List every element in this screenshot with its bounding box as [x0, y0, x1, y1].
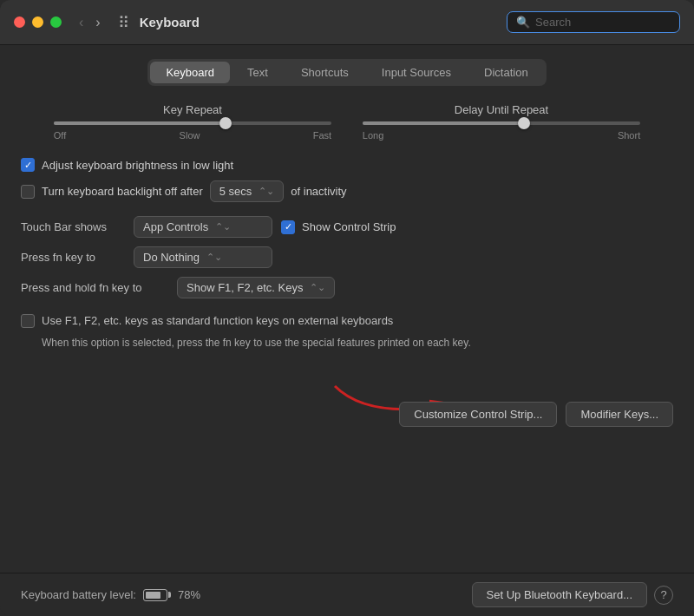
tab-keyboard[interactable]: Keyboard: [150, 62, 230, 83]
touch-bar-arrow: ⌃⌄: [215, 221, 231, 233]
footer-buttons: Set Up Bluetooth Keyboard... ?: [472, 582, 673, 607]
customize-button[interactable]: Customize Control Strip...: [399, 402, 557, 427]
brightness-checkbox[interactable]: ✓: [21, 158, 35, 172]
fn-hold-dropdown[interactable]: Show F1, F2, etc. Keys ⌃⌄: [177, 277, 335, 298]
battery-body: [143, 589, 167, 601]
minimize-button[interactable]: [32, 16, 43, 28]
delay-repeat-track[interactable]: [363, 121, 640, 125]
tabs-container: Keyboard Text Shortcuts Input Sources Di…: [21, 59, 673, 86]
key-repeat-label: Key Repeat: [163, 103, 222, 116]
tab-input-sources[interactable]: Input Sources: [366, 62, 467, 83]
arrow-area: Customize Control Strip... Modifier Keys…: [21, 364, 673, 434]
search-icon: 🔍: [516, 16, 530, 29]
battery-percent: 78%: [178, 588, 200, 601]
touch-bar-label: Touch Bar shows: [21, 220, 125, 233]
tab-shortcuts[interactable]: Shortcuts: [285, 62, 364, 83]
window-title: Keyboard: [140, 15, 496, 29]
fkeys-description: When this option is selected, press the …: [42, 335, 471, 351]
back-arrow[interactable]: ‹: [75, 13, 87, 32]
key-repeat-off: Off: [54, 130, 66, 141]
fkeys-checkbox[interactable]: [21, 314, 35, 328]
backlight-suffix: of inactivity: [291, 185, 346, 198]
nav-arrows: ‹ ›: [75, 13, 104, 32]
brightness-label: Adjust keyboard brightness in low light: [42, 159, 233, 172]
battery-row: Keyboard battery level: 78%: [21, 588, 200, 601]
key-repeat-fast: Fast: [313, 130, 331, 141]
traffic-lights: [14, 16, 62, 28]
show-control-label: Show Control Strip: [302, 220, 396, 233]
settings-rows: Touch Bar shows App Controls ⌃⌄ ✓ Show C…: [21, 216, 673, 298]
search-box[interactable]: 🔍: [507, 11, 680, 33]
delay-repeat-short: Short: [618, 130, 640, 141]
grid-icon: ⠿: [118, 13, 129, 32]
battery-tip: [168, 592, 171, 598]
tab-bar: Keyboard Text Shortcuts Input Sources Di…: [147, 59, 546, 86]
fn-hold-row: Press and hold fn key to Show F1, F2, et…: [21, 277, 673, 298]
forward-arrow[interactable]: ›: [92, 13, 103, 32]
key-repeat-thumb[interactable]: [219, 117, 232, 129]
delay-repeat-label: Delay Until Repeat: [455, 103, 548, 116]
battery-icon: [143, 589, 171, 601]
close-button[interactable]: [14, 16, 25, 28]
search-input[interactable]: [535, 16, 671, 29]
fn-press-row: Press fn key to Do Nothing ⌃⌄: [21, 246, 673, 268]
fkeys-row: Use F1, F2, etc. keys as standard functi…: [21, 312, 673, 330]
battery-label: Keyboard battery level:: [21, 588, 136, 601]
fn-hold-arrow: ⌃⌄: [310, 282, 325, 293]
show-control-row: ✓ Show Control Strip: [281, 220, 396, 234]
delay-repeat-group: Delay Until Repeat Long Short: [363, 103, 640, 141]
key-repeat-group: Key Repeat Off Slow Fast: [54, 103, 331, 141]
bluetooth-button[interactable]: Set Up Bluetooth Keyboard...: [472, 582, 647, 607]
maximize-button[interactable]: [50, 16, 62, 28]
delay-repeat-thumb[interactable]: [518, 117, 530, 129]
modifier-button[interactable]: Modifier Keys...: [566, 402, 673, 427]
delay-repeat-fill: [363, 121, 524, 125]
checkboxes-section: ✓ Adjust keyboard brightness in low ligh…: [21, 158, 673, 202]
touch-bar-dropdown[interactable]: App Controls ⌃⌄: [134, 216, 272, 238]
sliders-row: Key Repeat Off Slow Fast Delay Until Rep…: [21, 103, 673, 141]
tab-dictation[interactable]: Dictation: [468, 62, 544, 83]
fn-hold-label: Press and hold fn key to: [21, 281, 168, 294]
touch-bar-row: Touch Bar shows App Controls ⌃⌄ ✓ Show C…: [21, 216, 673, 238]
fkeys-section: Use F1, F2, etc. keys as standard functi…: [21, 312, 673, 351]
fkeys-desc-row: When this option is selected, press the …: [21, 335, 673, 351]
show-control-checkbox[interactable]: ✓: [281, 220, 295, 234]
backlight-time-arrow: ⌃⌄: [259, 186, 274, 197]
brightness-row: ✓ Adjust keyboard brightness in low ligh…: [21, 158, 673, 172]
fn-press-dropdown[interactable]: Do Nothing ⌃⌄: [134, 246, 272, 268]
key-repeat-labels: Off Slow Fast: [54, 130, 331, 141]
backlight-label: Turn keyboard backlight off after: [42, 185, 203, 198]
fn-press-label: Press fn key to: [21, 251, 125, 264]
buttons-row: Customize Control Strip... Modifier Keys…: [399, 402, 673, 427]
footer: Keyboard battery level: 78% Set Up Bluet…: [0, 573, 694, 616]
fkeys-label: Use F1, F2, etc. keys as standard functi…: [42, 312, 393, 330]
help-button[interactable]: ?: [654, 586, 673, 605]
fn-press-arrow: ⌃⌄: [206, 252, 222, 263]
titlebar: ‹ › ⠿ Keyboard 🔍: [0, 0, 694, 45]
delay-repeat-long: Long: [363, 130, 383, 141]
key-repeat-fill: [54, 121, 226, 125]
delay-repeat-labels: Long Short: [363, 130, 640, 141]
battery-fill: [146, 592, 160, 599]
main-content: Keyboard Text Shortcuts Input Sources Di…: [0, 45, 694, 573]
keyboard-window: ‹ › ⠿ Keyboard 🔍 Keyboard Text Shortcuts: [0, 0, 694, 616]
backlight-row: Turn keyboard backlight off after 5 secs…: [21, 180, 673, 202]
key-repeat-slow: Slow: [180, 130, 200, 141]
backlight-checkbox[interactable]: [21, 185, 35, 199]
backlight-time-dropdown[interactable]: 5 secs ⌃⌄: [210, 180, 285, 202]
key-repeat-track[interactable]: [54, 121, 331, 125]
tab-text[interactable]: Text: [232, 62, 284, 83]
